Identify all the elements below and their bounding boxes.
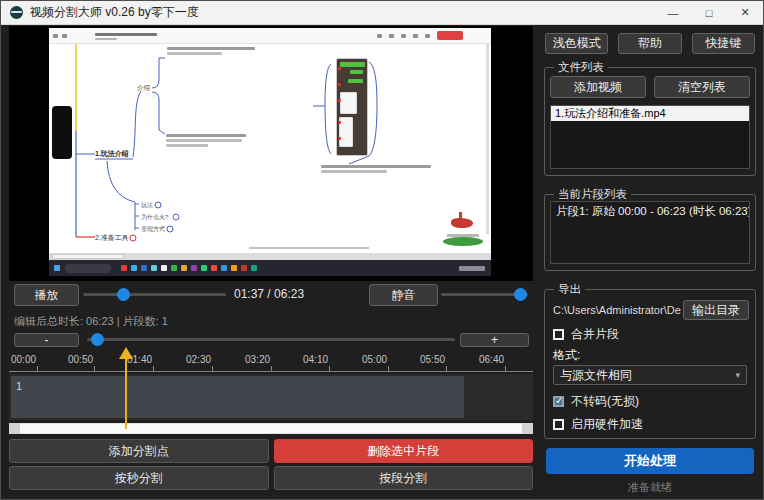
segment-list[interactable]: 片段1: 原始 00:00 - 06:23 (时长 06:23) xyxy=(550,201,750,264)
timeline-scrollbar[interactable] xyxy=(9,423,533,434)
play-button[interactable]: 播放 xyxy=(14,284,79,306)
file-list-title: 文件列表 xyxy=(554,60,608,75)
hw-accel-label: 启用硬件加速 xyxy=(571,416,643,433)
mindmap-node: 变现方式 xyxy=(141,225,165,234)
scrollbar-right-arrow[interactable] xyxy=(522,423,533,434)
taskbar-search-box xyxy=(65,264,111,273)
ruler-tick: 05:50 xyxy=(420,354,445,365)
ruler-tick: 06:40 xyxy=(479,354,504,365)
editor-left-column: 1.玩法介绍 介绍 玩法 为什么火? 变现方式 2.准备工具 xyxy=(9,26,533,493)
clear-list-button[interactable]: 清空列表 xyxy=(654,76,750,98)
timeline-ruler: 00:00 00:50 01:40 02:30 03:20 04:10 05:0… xyxy=(9,353,533,372)
record-button xyxy=(437,31,463,40)
export-title: 导出 xyxy=(554,282,585,297)
document-tab xyxy=(52,254,124,259)
export-group: 导出 C:\Users\Administrator\De 输出目录 合并片段 格… xyxy=(544,289,756,439)
scrollbar-thumb[interactable] xyxy=(20,424,522,433)
file-list[interactable]: 1.玩法介绍和准备.mp4 xyxy=(550,105,750,169)
canvas-hscroll-indicator xyxy=(249,247,369,249)
app-tab-bar xyxy=(49,253,491,260)
shortcuts-button[interactable]: 快捷键 xyxy=(692,33,755,54)
ruler-tick: 02:30 xyxy=(186,354,211,365)
split-actions: 添加分割点 删除选中片段 按秒分割 按段分割 xyxy=(9,439,533,490)
phone-screenshot xyxy=(336,58,368,156)
mute-button[interactable]: 静音 xyxy=(369,284,438,306)
status-text: 准备就绪 xyxy=(541,480,759,495)
side-panel: 浅色模式 帮助 快捷键 文件列表 添加视频 清空列表 1.玩法介绍和准备.mp4… xyxy=(541,26,759,496)
output-dir-button[interactable]: 输出目录 xyxy=(683,300,749,320)
segment-track[interactable]: 1 xyxy=(9,374,533,420)
canvas-vscroll-indicator xyxy=(486,44,489,234)
volume-thumb[interactable] xyxy=(514,288,527,301)
annotation-arrow xyxy=(118,347,134,429)
window-title: 视频分割大师 v0.26 by零下一度 xyxy=(30,4,199,21)
split-by-seconds-button[interactable]: 按秒分割 xyxy=(9,466,269,490)
mindmap-node: 介绍 xyxy=(137,84,150,93)
zoom-in-button[interactable]: + xyxy=(460,333,529,347)
mindmap-node: 1.玩法介绍 xyxy=(95,149,129,159)
merge-segments-checkbox[interactable] xyxy=(553,329,564,340)
ruler-tick: 00:00 xyxy=(11,354,36,365)
system-tray xyxy=(459,266,485,271)
output-path: C:\Users\Administrator\De xyxy=(553,304,683,316)
chevron-down-icon: ▾ xyxy=(735,370,740,380)
time-display: 01:37 / 06:23 xyxy=(234,287,304,301)
merge-segments-label: 合并片段 xyxy=(571,326,619,343)
title-bar: 视频分割大师 v0.26 by零下一度 — □ ✕ xyxy=(1,1,763,25)
maximize-button[interactable]: □ xyxy=(691,1,727,24)
delete-selected-button[interactable]: 删除选中片段 xyxy=(274,439,534,463)
windows-taskbar xyxy=(49,260,491,276)
window-controls: — □ ✕ xyxy=(655,1,763,24)
collapsed-node xyxy=(52,106,72,159)
segment-list-item[interactable]: 片段1: 原始 00:00 - 06:23 (时长 06:23) xyxy=(551,202,749,221)
light-mode-button[interactable]: 浅色模式 xyxy=(545,33,608,54)
zoom-slider[interactable] xyxy=(87,338,455,341)
volume-slider[interactable] xyxy=(441,293,528,296)
segment-block[interactable]: 1 xyxy=(11,376,464,418)
edit-summary: 编辑后总时长: 06:23 | 片段数: 1 xyxy=(14,314,168,329)
mindmap-node: 2.准备工具 xyxy=(95,233,129,243)
help-button[interactable]: 帮助 xyxy=(618,33,681,54)
video-preview: 1.玩法介绍 介绍 玩法 为什么火? 变现方式 2.准备工具 xyxy=(9,26,533,281)
file-list-item[interactable]: 1.玩法介绍和准备.mp4 xyxy=(551,106,749,121)
taskbar-app-icons xyxy=(121,265,261,271)
mascot-logo xyxy=(441,212,487,248)
minimize-button[interactable]: — xyxy=(655,1,691,24)
format-label: 格式: xyxy=(553,347,580,364)
app-window: 视频分割大师 v0.26 by零下一度 — □ ✕ xyxy=(0,0,764,500)
no-transcode-label: 不转码(无损) xyxy=(571,393,639,410)
close-button[interactable]: ✕ xyxy=(727,1,763,24)
hw-accel-checkbox[interactable] xyxy=(553,419,564,430)
add-video-button[interactable]: 添加视频 xyxy=(550,76,646,98)
mindmap-node: 为什么火? xyxy=(141,213,168,222)
start-processing-button[interactable]: 开始处理 xyxy=(546,448,754,474)
format-dropdown[interactable]: 与源文件相同 ▾ xyxy=(553,365,747,385)
mindmap-canvas: 1.玩法介绍 介绍 玩法 为什么火? 变现方式 2.准备工具 xyxy=(49,44,491,253)
app-icon xyxy=(10,6,23,19)
ruler-tick: 05:00 xyxy=(362,354,387,365)
file-list-group: 文件列表 添加视频 清空列表 1.玩法介绍和准备.mp4 xyxy=(544,67,756,176)
no-transcode-checkbox[interactable] xyxy=(553,396,564,407)
zoom-thumb[interactable] xyxy=(91,333,104,346)
ruler-tick: 04:10 xyxy=(303,354,328,365)
ruler-tick: 00:50 xyxy=(68,354,93,365)
seek-thumb[interactable] xyxy=(117,288,130,301)
panel-top-buttons: 浅色模式 帮助 快捷键 xyxy=(545,33,755,54)
recorded-screen: 1.玩法介绍 介绍 玩法 为什么火? 变现方式 2.准备工具 xyxy=(49,28,491,276)
zoom-out-button[interactable]: - xyxy=(14,333,79,347)
seek-slider[interactable] xyxy=(83,293,226,296)
add-split-point-button[interactable]: 添加分割点 xyxy=(9,439,269,463)
ruler-tick: 03:20 xyxy=(245,354,270,365)
segment-list-group: 当前片段列表 片段1: 原始 00:00 - 06:23 (时长 06:23) xyxy=(544,194,756,271)
segment-list-title: 当前片段列表 xyxy=(554,187,631,202)
format-value: 与源文件相同 xyxy=(560,367,735,384)
start-button-icon xyxy=(54,265,60,271)
scrollbar-left-arrow[interactable] xyxy=(9,423,20,434)
mindmap-toolbar xyxy=(49,28,491,44)
split-by-segments-button[interactable]: 按段分割 xyxy=(274,466,534,490)
mindmap-node: 玩法 xyxy=(141,201,153,210)
segment-number: 1 xyxy=(11,378,27,394)
